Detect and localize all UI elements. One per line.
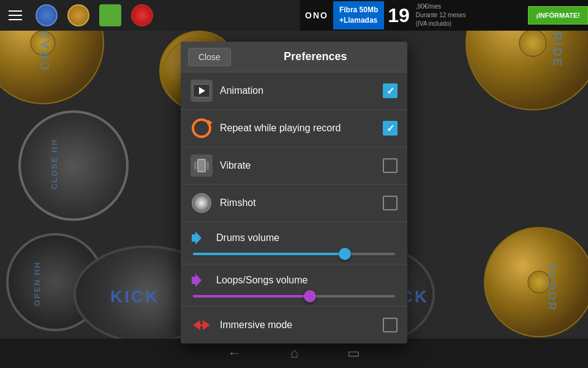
immersive-row[interactable]: Immersive mode	[181, 307, 407, 343]
drums-volume-label: Drums volume	[216, 232, 279, 243]
repeat-label: Repeat while playing record	[220, 123, 383, 134]
rimshot-icon	[190, 192, 213, 214]
vibrate-checkbox[interactable]	[383, 158, 398, 173]
drums-volume-icon	[190, 228, 210, 248]
drums-volume-row: Drums volume	[181, 222, 407, 264]
close-button[interactable]: Close	[188, 48, 231, 66]
immersive-checkbox[interactable]	[383, 318, 398, 332]
immersive-icon	[190, 314, 213, 336]
rimshot-checkbox[interactable]	[383, 196, 398, 210]
vibrate-row[interactable]: Vibrate	[181, 147, 407, 185]
loops-volume-row: Loops/Songs volume	[181, 264, 407, 307]
repeat-row[interactable]: Repeat while playing record	[181, 110, 407, 147]
rimshot-row[interactable]: Rimshot	[181, 185, 407, 222]
modal-overlay: Close Preferences Animation Repeat while…	[0, 0, 588, 368]
drums-volume-thumb[interactable]	[339, 248, 351, 260]
animation-row[interactable]: Animation	[181, 72, 407, 110]
loops-volume-icon	[190, 270, 210, 290]
drums-volume-fill	[193, 253, 345, 255]
animation-icon	[190, 80, 213, 102]
drums-volume-track[interactable]	[193, 253, 395, 255]
repeat-icon	[190, 117, 213, 139]
vibrate-icon-container	[190, 155, 213, 177]
animation-label: Animation	[220, 85, 383, 96]
blue-volume-icon	[192, 231, 209, 245]
animation-checkbox[interactable]	[383, 83, 398, 98]
loops-volume-fill	[193, 295, 310, 297]
loops-volume-track[interactable]	[193, 295, 395, 297]
preferences-panel: Close Preferences Animation Repeat while…	[181, 42, 407, 343]
loops-volume-label: Loops/Songs volume	[216, 275, 307, 286]
prefs-title: Preferences	[231, 50, 400, 63]
vibrate-label: Vibrate	[220, 160, 383, 171]
rimshot-label: Rimshot	[220, 197, 383, 209]
immersive-label: Immersive mode	[220, 320, 383, 331]
prefs-header: Close Preferences	[181, 42, 407, 72]
repeat-checkbox[interactable]	[383, 121, 398, 136]
loops-volume-thumb[interactable]	[304, 290, 316, 302]
purple-volume-icon	[192, 274, 209, 287]
